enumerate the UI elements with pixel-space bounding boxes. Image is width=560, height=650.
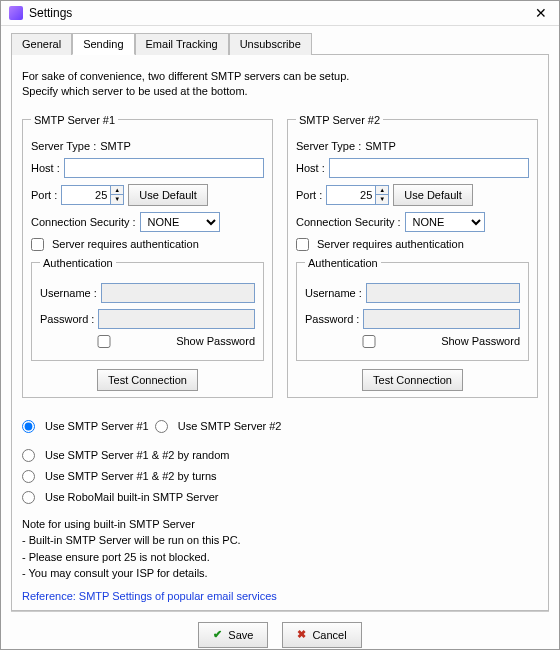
tab-bar: General Sending Email Tracking Unsubscri… — [11, 32, 549, 55]
dialog-button-bar: Save Cancel — [11, 611, 549, 650]
smtp2-server-type-value: SMTP — [365, 140, 396, 152]
smtp-server-2-group: SMTP Server #2 Server Type : SMTP Host :… — [287, 114, 538, 398]
note-line1: - Built-in SMTP Server will be run on th… — [22, 532, 538, 549]
smtp2-username-label: Username : — [305, 287, 362, 299]
smtp1-username-label: Username : — [40, 287, 97, 299]
radio-builtin-label: Use RoboMail built-in SMTP Server — [45, 491, 218, 503]
smtp2-showpw-label: Show Password — [441, 335, 520, 347]
smtp1-server-type-label: Server Type : — [31, 140, 96, 152]
smtp2-auth-group: Authentication Username : Password : Sho… — [296, 257, 529, 361]
smtp1-req-auth-label: Server requires authentication — [52, 238, 199, 250]
server-selection-radios: Use SMTP Server #1 Use SMTP Server #2 Us… — [22, 412, 538, 504]
reference-link[interactable]: Reference: SMTP Settings of popular emai… — [22, 590, 277, 602]
cancel-button[interactable]: Cancel — [282, 622, 361, 648]
tab-email-tracking[interactable]: Email Tracking — [135, 33, 229, 55]
smtp2-connsec-select[interactable]: NONE — [405, 212, 485, 232]
smtp1-legend: SMTP Server #1 — [31, 114, 118, 126]
smtp1-connsec-label: Connection Security : — [31, 216, 136, 228]
save-button-label: Save — [228, 629, 253, 641]
save-button[interactable]: Save — [198, 622, 268, 648]
radio-turns[interactable] — [22, 470, 35, 483]
radio-random[interactable] — [22, 449, 35, 462]
smtp2-port-spinner[interactable]: ▲▼ — [376, 185, 389, 205]
smtp2-req-auth-checkbox[interactable] — [296, 238, 309, 251]
smtp1-showpw-checkbox[interactable] — [40, 335, 168, 348]
radio-builtin[interactable] — [22, 491, 35, 504]
smtp2-port-label: Port : — [296, 189, 322, 201]
smtp1-connsec-select[interactable]: NONE — [140, 212, 220, 232]
smtp1-showpw-label: Show Password — [176, 335, 255, 347]
cancel-button-label: Cancel — [312, 629, 346, 641]
smtp2-password-label: Password : — [305, 313, 359, 325]
smtp2-auth-legend: Authentication — [305, 257, 381, 269]
smtp2-username-input[interactable] — [366, 283, 520, 303]
smtp1-port-label: Port : — [31, 189, 57, 201]
smtp2-host-input[interactable] — [329, 158, 529, 178]
smtp2-server-type-label: Server Type : — [296, 140, 361, 152]
note-title: Note for using built-in SMTP Server — [22, 516, 538, 533]
close-icon[interactable]: ✕ — [531, 5, 551, 21]
smtp-server-1-group: SMTP Server #1 Server Type : SMTP Host :… — [22, 114, 273, 398]
radio-use-server2[interactable] — [155, 420, 168, 433]
smtp1-req-auth-checkbox[interactable] — [31, 238, 44, 251]
smtp1-password-input[interactable] — [98, 309, 255, 329]
window-title: Settings — [29, 6, 72, 20]
builtin-note: Note for using built-in SMTP Server - Bu… — [22, 516, 538, 582]
radio-turns-label: Use SMTP Server #1 & #2 by turns — [45, 470, 217, 482]
tab-panel-sending: For sake of convenience, two different S… — [11, 55, 549, 611]
settings-window: Settings ✕ General Sending Email Trackin… — [0, 0, 560, 650]
intro-line1: For sake of convenience, two different S… — [22, 69, 538, 84]
note-line2: - Please ensure port 25 is not blocked. — [22, 549, 538, 566]
radio-use-server1[interactable] — [22, 420, 35, 433]
radio-use-server1-label: Use SMTP Server #1 — [45, 420, 149, 432]
intro-line2: Specify which server to be used at the b… — [22, 84, 538, 99]
smtp1-use-default-button[interactable]: Use Default — [128, 184, 207, 206]
smtp2-test-button[interactable]: Test Connection — [362, 369, 463, 391]
smtp1-port-input[interactable] — [61, 185, 111, 205]
radio-random-label: Use SMTP Server #1 & #2 by random — [45, 449, 229, 461]
smtp1-username-input[interactable] — [101, 283, 255, 303]
smtp1-password-label: Password : — [40, 313, 94, 325]
tab-unsubscribe[interactable]: Unsubscribe — [229, 33, 312, 55]
smtp1-test-button[interactable]: Test Connection — [97, 369, 198, 391]
check-icon — [213, 628, 222, 641]
cancel-icon — [297, 628, 306, 641]
smtp2-req-auth-label: Server requires authentication — [317, 238, 464, 250]
smtp1-port-spinner[interactable]: ▲▼ — [111, 185, 124, 205]
intro-text: For sake of convenience, two different S… — [22, 69, 538, 100]
smtp2-port-input[interactable] — [326, 185, 376, 205]
smtp1-host-label: Host : — [31, 162, 60, 174]
app-icon — [9, 6, 23, 20]
tab-general[interactable]: General — [11, 33, 72, 55]
smtp2-connsec-label: Connection Security : — [296, 216, 401, 228]
titlebar: Settings ✕ — [1, 1, 559, 26]
smtp1-host-input[interactable] — [64, 158, 264, 178]
smtp1-auth-group: Authentication Username : Password : Sho… — [31, 257, 264, 361]
smtp2-password-input[interactable] — [363, 309, 520, 329]
smtp2-showpw-checkbox[interactable] — [305, 335, 433, 348]
smtp2-legend: SMTP Server #2 — [296, 114, 383, 126]
radio-use-server2-label: Use SMTP Server #2 — [178, 420, 282, 432]
note-line3: - You may consult your ISP for details. — [22, 565, 538, 582]
smtp2-use-default-button[interactable]: Use Default — [393, 184, 472, 206]
smtp1-auth-legend: Authentication — [40, 257, 116, 269]
smtp2-host-label: Host : — [296, 162, 325, 174]
tab-sending[interactable]: Sending — [72, 33, 134, 55]
smtp1-server-type-value: SMTP — [100, 140, 131, 152]
